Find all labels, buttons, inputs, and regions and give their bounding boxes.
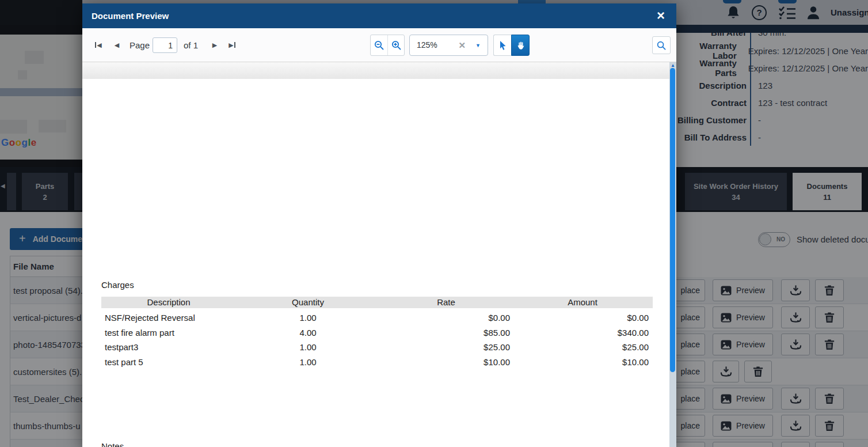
preview-scrollbar[interactable]: ▲ [669,62,676,447]
charges-column-header: Rate [380,297,512,308]
charges-row: NSF/Rejected Reversal 1.00 $0.00 $0.00 [101,310,653,325]
notes-title: Notes [101,441,124,447]
charges-row: test part 5 1.00 $10.00 $10.00 [101,355,653,370]
preview-toolbar: ◀ ◀ Page of 1 ▶ ▶ 125% ✕ ▼ [82,28,676,62]
charge-rate: $85.00 [380,325,512,340]
charge-description: testpart3 [101,340,236,355]
last-page-icon[interactable]: ▶ [225,39,239,51]
document-preview-modal: Document Preview × ◀ ◀ Page of 1 ▶ ▶ [82,3,676,447]
page-of-label: of 1 [184,28,198,62]
first-page-icon[interactable]: ◀ [92,39,105,51]
clear-icon[interactable]: ✕ [458,35,466,55]
charges-column-header: Quantity [236,297,380,308]
charge-rate: $25.00 [380,340,512,355]
zoom-button-group [370,35,405,56]
hand-tool-icon[interactable] [511,35,530,56]
pointer-tool-group [493,35,530,56]
charge-quantity: 1.00 [236,355,380,370]
charges-table-rows: NSF/Rejected Reversal 1.00 $0.00 $0.00 t… [101,310,653,369]
zoom-level-select[interactable]: 125% ✕ ▼ [409,35,488,56]
charge-quantity: 4.00 [236,325,380,340]
page-number-input[interactable] [153,37,177,53]
charge-amount: $25.00 [512,340,653,355]
charges-column-header: Description [101,297,236,308]
charge-description: test fire alarm part [101,325,236,340]
zoom-out-icon[interactable] [371,35,387,55]
cursor-tool-icon[interactable] [493,35,511,56]
scrollbar-up-icon[interactable]: ▲ [669,63,676,68]
charges-table-header: DescriptionQuantityRateAmount [101,297,653,308]
document-page: Charges DescriptionQuantityRateAmount NS… [82,79,669,447]
charge-rate: $10.00 [380,355,512,370]
screen: ? Unassigned Google Bill After 30 min. W… [0,0,868,447]
zoom-level-value: 125% [417,35,437,55]
modal-header: Document Preview × [82,3,676,28]
modal-title: Document Preview [92,3,169,28]
charge-quantity: 1.00 [236,340,380,355]
charges-section: Charges DescriptionQuantityRateAmount NS… [101,280,653,369]
document-preview-area: Charges DescriptionQuantityRateAmount NS… [82,62,676,447]
page-margin-gap [82,62,676,79]
dropdown-caret-icon[interactable]: ▼ [475,35,481,56]
charge-description: NSF/Rejected Reversal [101,310,236,325]
charge-amount: $340.00 [512,325,653,340]
charges-title: Charges [101,280,653,290]
previous-page-icon[interactable]: ◀ [110,39,124,51]
page-label: Page [130,28,150,62]
charge-amount: $0.00 [512,310,653,325]
charge-quantity: 1.00 [236,310,380,325]
charge-rate: $0.00 [380,310,512,325]
charges-row: test fire alarm part 4.00 $85.00 $340.00 [101,325,653,340]
next-page-icon[interactable]: ▶ [208,39,222,51]
charge-description: test part 5 [101,355,236,370]
search-icon[interactable] [652,36,671,54]
charges-row: testpart3 1.00 $25.00 $25.00 [101,340,653,355]
zoom-in-icon[interactable] [387,35,404,55]
charge-amount: $10.00 [512,355,653,370]
scrollbar-thumb[interactable] [670,68,675,372]
charges-column-header: Amount [512,297,653,308]
close-icon[interactable]: × [653,3,668,27]
